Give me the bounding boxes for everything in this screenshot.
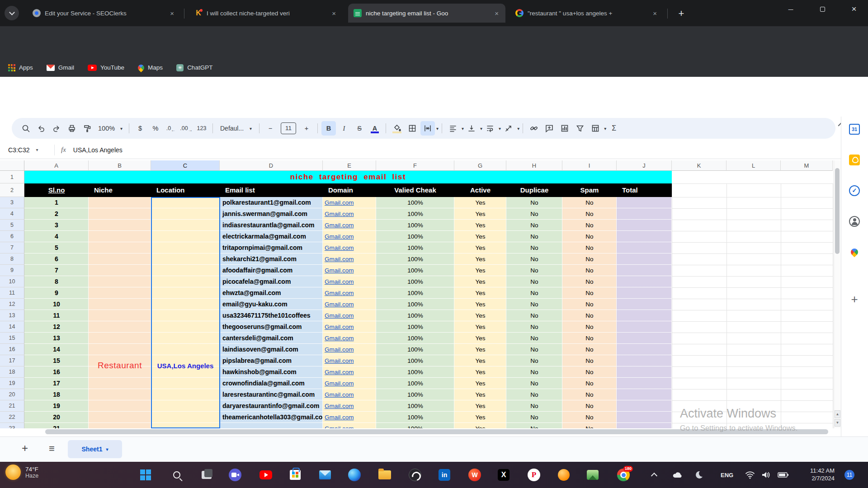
header-cell-total[interactable]: Total: [617, 183, 672, 197]
cell-G12[interactable]: Yes: [454, 299, 506, 310]
column-header-A[interactable]: A: [24, 160, 89, 171]
cell-I22[interactable]: No: [562, 412, 617, 423]
cell-H19[interactable]: No: [506, 378, 562, 389]
cell-E16[interactable]: Gmail.com: [323, 344, 376, 355]
cell-G23[interactable]: Yes: [454, 423, 506, 428]
cell-A7[interactable]: 5: [24, 242, 89, 253]
row-header-8[interactable]: 8: [0, 253, 24, 265]
row-header-23[interactable]: 23: [0, 423, 24, 428]
row-header-5[interactable]: 5: [0, 220, 24, 231]
row-header-4[interactable]: 4: [0, 208, 24, 220]
cell-G11[interactable]: Yes: [454, 287, 506, 299]
decrease-decimal-button[interactable]: .0←: [164, 121, 178, 136]
cell-I5[interactable]: No: [562, 220, 617, 231]
cell-A22[interactable]: 20: [24, 412, 89, 423]
row-header-21[interactable]: 21: [0, 400, 24, 412]
column-header-M[interactable]: M: [781, 160, 833, 171]
cell-I12[interactable]: No: [562, 299, 617, 310]
cell-H11[interactable]: No: [506, 287, 562, 299]
cell-I9[interactable]: No: [562, 265, 617, 276]
print-button[interactable]: [65, 121, 79, 136]
column-header-L[interactable]: L: [726, 160, 781, 171]
font-select[interactable]: Defaul...▾: [217, 121, 255, 136]
cell-D18[interactable]: hawkinshob@gmail.com: [220, 366, 323, 378]
cell-G7[interactable]: Yes: [454, 242, 506, 253]
cell-E17[interactable]: Gmail.com: [323, 355, 376, 366]
tab-kwork[interactable]: K I will collect niche-targeted veri ×: [189, 4, 343, 23]
taskbar-x-app[interactable]: X: [497, 468, 510, 482]
cell-A14[interactable]: 12: [24, 321, 89, 333]
cell-I15[interactable]: No: [562, 333, 617, 344]
sheet-tab-sheet1[interactable]: Sheet1 ▾: [68, 440, 122, 458]
cell-G13[interactable]: Yes: [454, 310, 506, 321]
header-cell-active[interactable]: Active: [454, 183, 506, 197]
cell-H8[interactable]: No: [506, 253, 562, 265]
header-cell-spam[interactable]: Spam: [562, 183, 617, 197]
zoom-select[interactable]: 100%▾: [95, 121, 125, 136]
tray-show-hidden-button[interactable]: [652, 462, 656, 488]
tab-close-icon[interactable]: ×: [492, 9, 501, 18]
cell-D8[interactable]: shekarchi21@gmail.com: [220, 253, 323, 265]
cell-H13[interactable]: No: [506, 310, 562, 321]
header-cell-domain[interactable]: Domain: [323, 183, 376, 197]
taskbar-youtube-app[interactable]: [259, 468, 273, 482]
cell-F22[interactable]: 100%: [376, 412, 454, 423]
row-header-3[interactable]: 3: [0, 197, 24, 208]
cell-H22[interactable]: No: [506, 412, 562, 423]
cell-I13[interactable]: No: [562, 310, 617, 321]
cell-A4[interactable]: 2: [24, 208, 89, 220]
cell-G22[interactable]: Yes: [454, 412, 506, 423]
cell-D5[interactable]: indiasrestaurantla@gmail.com: [220, 220, 323, 231]
text-rotation-button[interactable]: [501, 121, 516, 136]
row-header-2[interactable]: 2: [0, 183, 24, 197]
cell-G4[interactable]: Yes: [454, 208, 506, 220]
taskbar-zoom-app[interactable]: [228, 468, 242, 482]
cell-F5[interactable]: 100%: [376, 220, 454, 231]
cell-H15[interactable]: No: [506, 333, 562, 344]
redo-button[interactable]: [49, 121, 64, 136]
cell-F23[interactable]: 100%: [376, 423, 454, 428]
vertical-scrollbar-thumb[interactable]: [835, 168, 840, 254]
cell-A9[interactable]: 7: [24, 265, 89, 276]
cell-G14[interactable]: Yes: [454, 321, 506, 333]
cell-A3[interactable]: 1: [24, 197, 89, 208]
text-wrap-button[interactable]: [483, 121, 497, 136]
functions-button[interactable]: Σ: [607, 121, 621, 136]
cell-G19[interactable]: Yes: [454, 378, 506, 389]
taskbar-linkedin-app[interactable]: in: [438, 468, 451, 482]
cell-D21[interactable]: daryarestaurantinfo@gmail.com: [220, 400, 323, 412]
cell-F11[interactable]: 100%: [376, 287, 454, 299]
row-header-19[interactable]: 19: [0, 378, 24, 389]
cell-F17[interactable]: 100%: [376, 355, 454, 366]
column-header-J[interactable]: J: [617, 160, 672, 171]
cell-A15[interactable]: 13: [24, 333, 89, 344]
cell-D10[interactable]: picocafela@gmail.com: [220, 276, 323, 287]
header-cell-email-list[interactable]: Email list: [220, 183, 323, 197]
maps-panel-button[interactable]: [848, 246, 861, 258]
cell-I10[interactable]: No: [562, 276, 617, 287]
tab-close-icon[interactable]: ×: [168, 9, 176, 18]
italic-button[interactable]: I: [337, 121, 351, 136]
cell-I17[interactable]: No: [562, 355, 617, 366]
cell-A10[interactable]: 8: [24, 276, 89, 287]
cell-F8[interactable]: 100%: [376, 253, 454, 265]
header-cell-sl-no[interactable]: Sl.no: [24, 183, 89, 197]
bookmark-youtube[interactable]: YouTube: [88, 64, 124, 71]
cell-A17[interactable]: 15: [24, 355, 89, 366]
task-view-button[interactable]: [200, 468, 213, 482]
table-views-button[interactable]: [588, 121, 603, 136]
column-header-E[interactable]: E: [323, 160, 376, 171]
row-header-18[interactable]: 18: [0, 366, 24, 378]
cell-E22[interactable]: Gmail.com: [323, 412, 376, 423]
row-header-17[interactable]: 17: [0, 355, 24, 366]
cell-H6[interactable]: No: [506, 231, 562, 242]
cell-G3[interactable]: Yes: [454, 197, 506, 208]
cell-F16[interactable]: 100%: [376, 344, 454, 355]
bookmark-maps[interactable]: Maps: [138, 64, 163, 71]
cell-E21[interactable]: Gmail.com: [323, 400, 376, 412]
column-header-B[interactable]: B: [89, 160, 151, 171]
increase-decimal-button[interactable]: .00→: [179, 121, 193, 136]
taskbar-mail-app[interactable]: [318, 468, 332, 482]
banner-row[interactable]: niche targeting email list: [24, 171, 672, 183]
cell-E9[interactable]: Gmail.com: [323, 265, 376, 276]
